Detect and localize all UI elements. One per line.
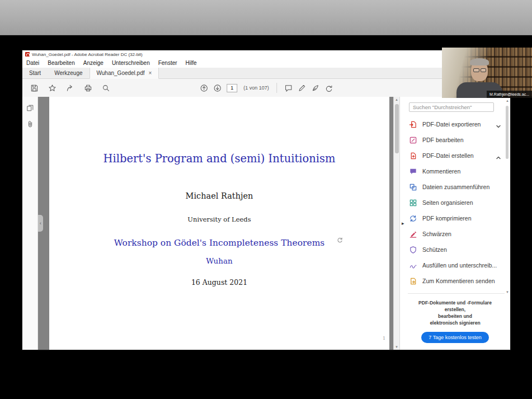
toolbar-left-group — [30, 79, 110, 97]
webcam-name-label: M.Rathjen@leeds.ac... — [487, 91, 532, 98]
tools-panel: ▸ PDF-Datei exportieren — [399, 97, 510, 350]
document-viewport[interactable]: Hilbert's Program and (semi) Intuitionis… — [38, 97, 399, 350]
rotate-pointer-icon — [337, 234, 343, 241]
previous-page-icon[interactable] — [200, 84, 208, 92]
affiliation: University of Leeds — [49, 215, 389, 223]
fill-sign-tool-icon[interactable] — [298, 84, 306, 92]
comment-icon — [409, 167, 417, 176]
fill-sign-icon — [409, 261, 417, 270]
chevron-down-icon[interactable] — [496, 121, 501, 127]
speaker-glasses — [473, 68, 486, 72]
tool-redact[interactable]: Schwärzen — [400, 226, 510, 242]
tab-werkzeuge-label: Werkzeuge — [54, 70, 82, 76]
scroll-down-icon[interactable]: ▼ — [394, 345, 399, 349]
comment-tool-icon[interactable] — [284, 84, 293, 92]
left-nav-rail — [22, 97, 38, 350]
tool-label: Seiten organisieren — [422, 199, 473, 206]
tool-label: Zum Kommentieren senden — [422, 278, 495, 284]
redact-icon — [409, 230, 417, 238]
toolbar-center-group: (1 von 107) — [200, 79, 333, 97]
pdf-page[interactable]: Hilbert's Program and (semi) Intuitionis… — [49, 97, 389, 350]
sign-pen-icon[interactable] — [311, 84, 319, 92]
promo-line-3: elektronisch signieren — [408, 320, 502, 327]
author-name: Michael Rathjen — [49, 191, 389, 200]
print-icon[interactable] — [84, 84, 92, 92]
tab-werkzeuge[interactable]: Werkzeuge — [48, 68, 89, 78]
tool-label: PDF bearbeiten — [422, 137, 464, 143]
attachments-icon[interactable] — [26, 120, 34, 128]
screen: { "window": { "title": "Wuhan_Goedel.pdf… — [0, 0, 532, 399]
tab-document-label: Wuhan_Goedel.pdf — [97, 70, 145, 76]
tool-protect[interactable]: Schützen — [400, 242, 510, 257]
tool-label: PDF-Datei exportieren — [422, 121, 481, 128]
tool-label: PDF komprimieren — [422, 215, 472, 222]
free-trial-button[interactable]: 7 Tage kostenlos testen — [421, 332, 488, 343]
share-icon[interactable] — [66, 84, 74, 92]
tool-edit-pdf[interactable]: PDF bearbeiten — [400, 132, 510, 148]
tools-search-input[interactable] — [409, 102, 494, 112]
export-pdf-icon — [409, 120, 417, 129]
acrobat-app-icon — [25, 52, 30, 57]
webcam-video-tile[interactable]: M.Rathjen@leeds.ac... — [442, 48, 532, 98]
combine-files-icon — [409, 183, 417, 191]
menu-anzeige[interactable]: Anzeige — [83, 60, 103, 66]
panel-scroll-down-icon[interactable]: ▼ — [505, 290, 510, 294]
tool-create-pdf[interactable]: PDF-Datei erstellen — [400, 148, 510, 163]
slide-page-number: 1 — [383, 336, 385, 341]
panel-divider — [408, 293, 505, 294]
tool-export-pdf[interactable]: PDF-Datei exportieren — [400, 116, 510, 132]
tools-search-wrap — [400, 97, 510, 115]
menu-bearbeiten[interactable]: Bearbeiten — [48, 60, 74, 66]
star-icon[interactable] — [48, 84, 57, 92]
scroll-up-icon[interactable]: ▲ — [394, 98, 399, 101]
window-title: Wuhan_Goedel.pdf - Adobe Acrobat Reader … — [32, 52, 143, 57]
document-scrollbar-thumb[interactable] — [395, 104, 399, 153]
collapse-left-panel-handle[interactable]: ‹ — [38, 215, 43, 232]
tool-combine-files[interactable]: Dateien zusammenführen — [400, 179, 510, 195]
tab-close-icon[interactable]: × — [149, 70, 152, 76]
tool-label: PDF-Datei erstellen — [422, 152, 474, 159]
tool-send-for-comments[interactable]: Zum Kommentieren senden — [400, 273, 510, 289]
tools-list: PDF-Datei exportieren PDF bearbeiten — [400, 116, 510, 289]
menu-hilfe[interactable]: Hilfe — [186, 60, 197, 66]
page-count-label: (1 von 107) — [243, 85, 269, 91]
speaker-hair — [470, 58, 489, 65]
tab-bar: Start Werkzeuge Wuhan_Goedel.pdf × — [22, 68, 510, 79]
next-page-icon[interactable] — [213, 84, 222, 92]
tool-compress-pdf[interactable]: PDF komprimieren — [400, 210, 510, 226]
promo-line-1: PDF-Dokumente und -Formulare erstellen, — [408, 300, 502, 313]
menu-datei[interactable]: Datei — [26, 60, 39, 66]
page-thumbnails-icon[interactable] — [26, 104, 34, 112]
tool-label: Schwärzen — [422, 231, 451, 237]
tools-panel-scrollbar[interactable]: ▲ ▼ — [505, 99, 510, 294]
tab-document[interactable]: Wuhan_Goedel.pdf × — [90, 68, 159, 79]
panel-scroll-up-icon[interactable]: ▲ — [505, 99, 510, 102]
menu-fenster[interactable]: Fenster — [158, 60, 177, 66]
slide-title: Hilbert's Program and (semi) Intuitionis… — [49, 152, 389, 165]
tool-fill-sign[interactable]: Ausfüllen und unterschreib... — [400, 257, 510, 273]
send-and-track-icon[interactable] — [324, 84, 333, 92]
acrobat-window: Wuhan_Goedel.pdf - Adobe Acrobat Reader … — [22, 50, 510, 350]
toolbar-separator — [276, 83, 277, 93]
tool-comment[interactable]: Kommentieren — [400, 163, 510, 179]
tool-label: Kommentieren — [422, 168, 460, 175]
promo-line-2: bearbeiten und — [408, 313, 502, 320]
main-toolbar: (1 von 107) — [22, 79, 510, 97]
chevron-up-icon[interactable] — [496, 153, 501, 158]
event-location: Wuhan — [49, 256, 389, 265]
zoom-icon[interactable] — [102, 84, 110, 92]
send-comments-icon — [409, 277, 417, 285]
tab-start[interactable]: Start — [22, 68, 48, 78]
tools-panel-scrollbar-thumb[interactable] — [506, 106, 509, 159]
page-number-input[interactable] — [227, 84, 237, 92]
menu-bar: Datei Bearbeiten Anzeige Unterschreiben … — [22, 58, 510, 68]
menu-unterschreiben[interactable]: Unterschreiben — [112, 60, 150, 66]
tool-organize-pages[interactable]: Seiten organisieren — [400, 195, 510, 210]
organize-pages-icon — [409, 199, 417, 207]
presentation-top-banner — [0, 0, 532, 35]
tool-label: Ausfüllen und unterschreib... — [422, 262, 497, 269]
save-icon[interactable] — [30, 84, 39, 92]
document-scrollbar[interactable]: ▲ ▼ — [393, 97, 399, 350]
trial-promo-text: PDF-Dokumente und -Formulare erstellen, … — [400, 300, 510, 327]
tab-start-label: Start — [29, 70, 41, 76]
